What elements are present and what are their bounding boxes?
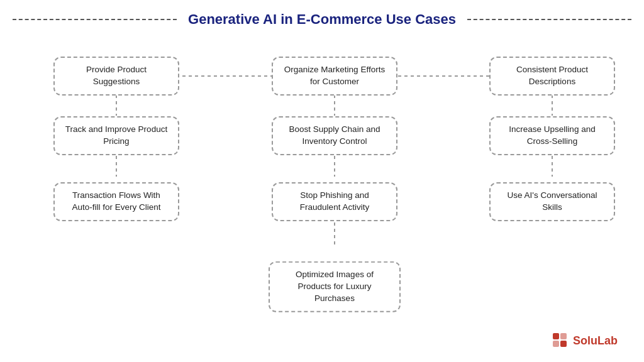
svg-rect-9 [553, 333, 559, 339]
card-transaction-flows: Transaction Flows With Auto-fill for Eve… [53, 182, 179, 221]
card-track-product-pricing: Track and Improve Product Pricing [53, 116, 179, 155]
card-text-5: Boost Supply Chain and Inventory Control [289, 124, 380, 146]
solulab-logo-icon [552, 332, 569, 349]
card-increase-upselling: Increase Upselling and Cross-Selling [489, 116, 615, 155]
card-text-9: Use AI's Conversational Skills [508, 190, 597, 212]
logo-area: SoluLab [552, 332, 618, 349]
title-area: Generative AI in E-Commerce Use Cases [13, 11, 631, 28]
card-text-3: Consistent Product Descriptions [516, 65, 588, 86]
title-line-left [13, 19, 177, 20]
card-text-8: Stop Phishing and Fraudulent Activity [300, 190, 369, 212]
card-text-7: Transaction Flows With Auto-fill for Eve… [72, 190, 160, 212]
logo-text: SoluLab [573, 334, 618, 348]
card-stop-phishing: Stop Phishing and Fraudulent Activity [272, 182, 397, 221]
title-line-right [467, 19, 631, 20]
title-text: Generative AI in E-Commerce Use Cases [188, 11, 456, 27]
card-text-6: Increase Upselling and Cross-Selling [509, 124, 595, 146]
main-container: Generative AI in E-Commerce Use Cases [0, 0, 644, 362]
page-title: Generative AI in E-Commerce Use Cases [177, 11, 467, 28]
card-text-4: Track and Improve Product Pricing [65, 124, 167, 146]
card-optimized-images: Optimized Images of Products for Luxury … [269, 261, 401, 312]
card-use-ai-conversational: Use AI's Conversational Skills [489, 182, 615, 221]
svg-rect-10 [560, 333, 567, 339]
card-boost-supply-chain: Boost Supply Chain and Inventory Control [272, 116, 397, 155]
card-provide-product-suggestions: Provide Product Suggestions [53, 57, 179, 96]
diagram-area: Provide Product Suggestions Organize Mar… [13, 41, 631, 356]
card-text-1: Provide Product Suggestions [86, 65, 147, 86]
card-organize-marketing: Organize Marketing Efforts for Customer [272, 57, 397, 96]
card-text-10: Optimized Images of Products for Luxury … [296, 270, 374, 303]
svg-rect-11 [553, 341, 559, 347]
svg-rect-12 [560, 341, 567, 347]
card-consistent-product-descriptions: Consistent Product Descriptions [489, 57, 615, 96]
card-text-2: Organize Marketing Efforts for Customer [284, 65, 385, 86]
